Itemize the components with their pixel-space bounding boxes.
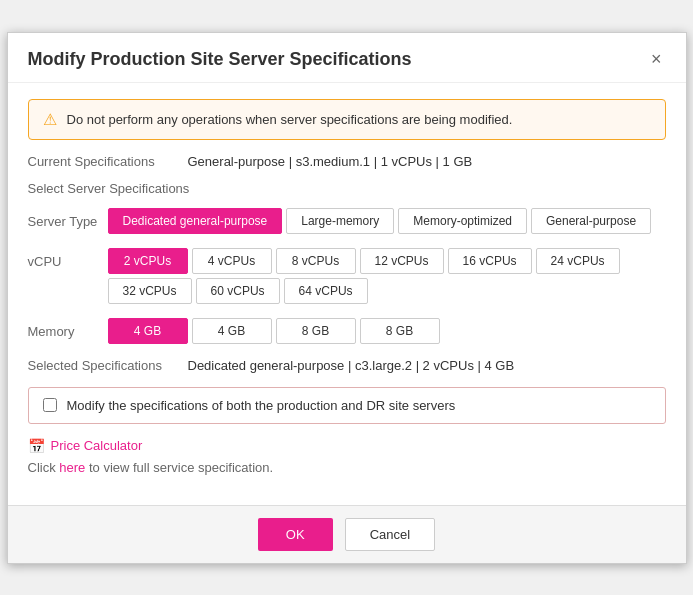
vcpu-label: vCPU	[28, 248, 108, 269]
vcpu-2[interactable]: 2 vCPUs	[108, 248, 188, 274]
selected-specs-value: Dedicated general-purpose | c3.large.2 |…	[188, 358, 515, 373]
dialog-title: Modify Production Site Server Specificat…	[28, 49, 412, 70]
price-calc-icon: 📅	[28, 438, 45, 454]
dialog-body: ⚠ Do not perform any operations when ser…	[8, 83, 686, 505]
vcpu-8[interactable]: 8 vCPUs	[276, 248, 356, 274]
modify-both-label: Modify the specifications of both the pr…	[67, 398, 456, 413]
warning-icon: ⚠	[43, 110, 57, 129]
current-specs-value: General-purpose | s3.medium.1 | 1 vCPUs …	[188, 154, 473, 169]
server-type-label: Server Type	[28, 208, 108, 229]
modify-both-checkbox[interactable]	[43, 398, 57, 412]
vcpu-60[interactable]: 60 vCPUs	[196, 278, 280, 304]
price-calculator-row: 📅 Price Calculator	[28, 438, 666, 454]
click-here-link[interactable]: here	[59, 460, 85, 475]
warning-text: Do not perform any operations when serve…	[67, 112, 513, 127]
vcpu-options: 2 vCPUs 4 vCPUs 8 vCPUs 12 vCPUs 16 vCPU…	[108, 248, 666, 304]
vcpu-4[interactable]: 4 vCPUs	[192, 248, 272, 274]
click-here-suffix: to view full service specification.	[85, 460, 273, 475]
cancel-button[interactable]: Cancel	[345, 518, 435, 551]
click-here-prefix: Click	[28, 460, 60, 475]
select-server-label: Select Server Specifications	[28, 181, 666, 196]
server-type-memory[interactable]: Memory-optimized	[398, 208, 527, 234]
memory-options: 4 GB 4 GB 8 GB 8 GB	[108, 318, 440, 344]
modify-both-row: Modify the specifications of both the pr…	[28, 387, 666, 424]
server-type-general[interactable]: General-purpose	[531, 208, 651, 234]
vcpu-24[interactable]: 24 vCPUs	[536, 248, 620, 274]
memory-4gb-2[interactable]: 4 GB	[192, 318, 272, 344]
warning-box: ⚠ Do not perform any operations when ser…	[28, 99, 666, 140]
server-type-large[interactable]: Large-memory	[286, 208, 394, 234]
price-calculator-link[interactable]: Price Calculator	[51, 438, 143, 453]
dialog-footer: OK Cancel	[8, 505, 686, 563]
selected-specs-row: Selected Specifications Dedicated genera…	[28, 358, 666, 373]
close-button[interactable]: ×	[647, 49, 666, 70]
memory-label: Memory	[28, 318, 108, 339]
server-type-dedicated[interactable]: Dedicated general-purpose	[108, 208, 283, 234]
vcpu-32[interactable]: 32 vCPUs	[108, 278, 192, 304]
memory-8gb-1[interactable]: 8 GB	[276, 318, 356, 344]
dialog-header: Modify Production Site Server Specificat…	[8, 33, 686, 83]
current-specs-label: Current Specifications	[28, 154, 188, 169]
memory-8gb-2[interactable]: 8 GB	[360, 318, 440, 344]
vcpu-row: vCPU 2 vCPUs 4 vCPUs 8 vCPUs 12 vCPUs 16…	[28, 248, 666, 304]
server-type-row: Server Type Dedicated general-purpose La…	[28, 208, 666, 234]
ok-button[interactable]: OK	[258, 518, 333, 551]
vcpu-64[interactable]: 64 vCPUs	[284, 278, 368, 304]
memory-4gb-1[interactable]: 4 GB	[108, 318, 188, 344]
current-specs-row: Current Specifications General-purpose |…	[28, 154, 666, 169]
selected-specs-label: Selected Specifications	[28, 358, 188, 373]
vcpu-12[interactable]: 12 vCPUs	[360, 248, 444, 274]
vcpu-16[interactable]: 16 vCPUs	[448, 248, 532, 274]
memory-row: Memory 4 GB 4 GB 8 GB 8 GB	[28, 318, 666, 344]
modify-dialog: Modify Production Site Server Specificat…	[7, 32, 687, 564]
click-here-row: Click here to view full service specific…	[28, 460, 666, 475]
server-type-options: Dedicated general-purpose Large-memory M…	[108, 208, 666, 234]
